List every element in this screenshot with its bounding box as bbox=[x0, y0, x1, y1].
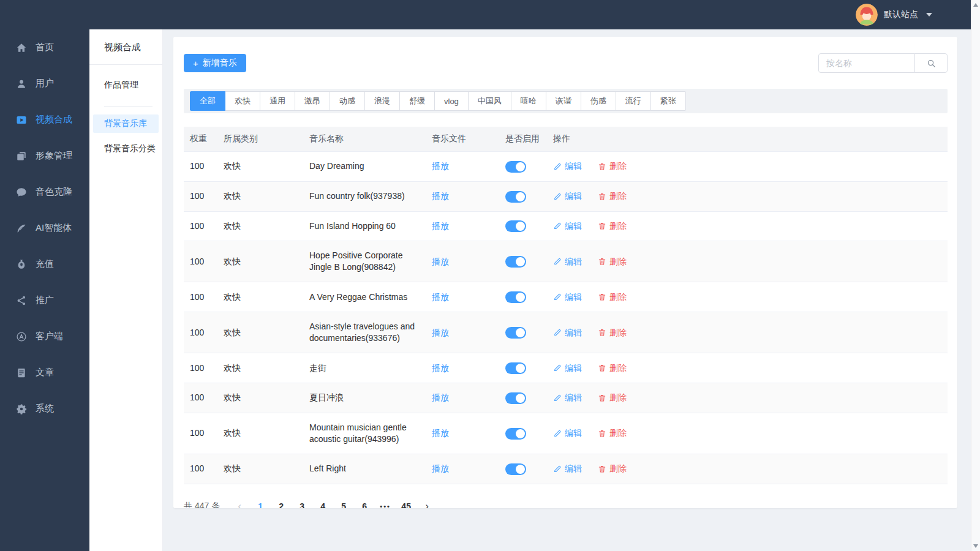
more-pages-button[interactable]: ••• bbox=[377, 498, 394, 508]
page-button-3[interactable]: 3 bbox=[293, 498, 311, 508]
delete-button[interactable]: 删除 bbox=[598, 291, 627, 303]
sidebar-item-label: 系统 bbox=[36, 403, 54, 414]
enable-toggle[interactable] bbox=[505, 161, 526, 173]
enable-toggle[interactable] bbox=[505, 463, 526, 475]
add-music-button[interactable]: + 新增音乐 bbox=[184, 54, 246, 72]
play-link[interactable]: 播放 bbox=[432, 292, 449, 302]
edit-button[interactable]: 编辑 bbox=[553, 463, 582, 474]
trash-icon bbox=[598, 222, 606, 230]
filter-tab-欢快[interactable]: 欢快 bbox=[225, 91, 260, 111]
enable-toggle[interactable] bbox=[505, 256, 526, 268]
play-link[interactable]: 播放 bbox=[432, 221, 449, 231]
play-link[interactable]: 播放 bbox=[432, 428, 449, 438]
edit-pencil-icon bbox=[553, 394, 562, 402]
delete-button[interactable]: 删除 bbox=[598, 190, 627, 202]
row-actions: 编辑删除 bbox=[553, 220, 941, 232]
sidebar-item-voice-clone[interactable]: 音色克隆 bbox=[0, 174, 89, 210]
account-menu[interactable]: 默认站点 bbox=[856, 4, 932, 26]
delete-button[interactable]: 删除 bbox=[598, 392, 627, 403]
sidebar-item-label: 用户 bbox=[36, 78, 54, 89]
play-link[interactable]: 播放 bbox=[432, 161, 449, 171]
filter-tab-流行[interactable]: 流行 bbox=[616, 91, 651, 111]
category-cell: 欢快 bbox=[217, 282, 303, 312]
search-icon bbox=[927, 59, 936, 68]
page-button-6[interactable]: 6 bbox=[356, 498, 373, 508]
filter-tab-激昂[interactable]: 激昂 bbox=[295, 91, 330, 111]
enable-toggle[interactable] bbox=[505, 428, 526, 440]
edit-button[interactable]: 编辑 bbox=[553, 160, 582, 172]
enable-toggle[interactable] bbox=[505, 392, 526, 404]
sidebar-item-image-manage[interactable]: 形象管理 bbox=[0, 138, 89, 174]
edit-button[interactable]: 编辑 bbox=[553, 362, 582, 374]
filter-tab-嘻哈[interactable]: 嘻哈 bbox=[511, 91, 546, 111]
edit-button[interactable]: 编辑 bbox=[553, 392, 582, 403]
filter-tab-全部[interactable]: 全部 bbox=[190, 91, 225, 111]
delete-button[interactable]: 删除 bbox=[598, 463, 627, 474]
enable-toggle[interactable] bbox=[505, 362, 526, 374]
delete-button[interactable]: 删除 bbox=[598, 220, 627, 232]
page-button-5[interactable]: 5 bbox=[335, 498, 352, 508]
play-link[interactable]: 播放 bbox=[432, 463, 449, 473]
filter-tab-浪漫[interactable]: 浪漫 bbox=[364, 91, 400, 111]
delete-button[interactable]: 删除 bbox=[598, 362, 627, 374]
enable-toggle[interactable] bbox=[505, 220, 526, 232]
page-button-45[interactable]: 45 bbox=[398, 498, 415, 508]
category-cell: 欢快 bbox=[217, 241, 303, 282]
search-group bbox=[818, 53, 948, 73]
filter-tab-vlog[interactable]: vlog bbox=[434, 91, 469, 111]
filter-tab-伤感[interactable]: 伤感 bbox=[581, 91, 616, 111]
sidebar-item-ai-agent[interactable]: AI智能体 bbox=[0, 210, 89, 246]
enable-toggle[interactable] bbox=[505, 191, 526, 203]
delete-button[interactable]: 删除 bbox=[598, 427, 627, 439]
sidebar-item-promotion[interactable]: 推广 bbox=[0, 282, 89, 318]
search-button[interactable] bbox=[914, 53, 948, 73]
edit-button[interactable]: 编辑 bbox=[553, 291, 582, 303]
edit-button[interactable]: 编辑 bbox=[553, 427, 582, 439]
play-link[interactable]: 播放 bbox=[432, 257, 449, 266]
edit-button[interactable]: 编辑 bbox=[553, 256, 582, 268]
filter-tab-诙谐[interactable]: 诙谐 bbox=[546, 91, 581, 111]
sidebar-item-home[interactable]: 首页 bbox=[0, 29, 89, 66]
filter-tab-紧张[interactable]: 紧张 bbox=[650, 91, 686, 111]
category-cell: 欢快 bbox=[217, 152, 303, 182]
topbar: 默认站点 bbox=[89, 0, 971, 29]
sidebar-item-video[interactable]: 视频合成 bbox=[0, 102, 89, 138]
sidebar-item-article[interactable]: 文章 bbox=[0, 354, 89, 391]
delete-button[interactable]: 删除 bbox=[598, 160, 627, 172]
edit-button[interactable]: 编辑 bbox=[553, 190, 582, 202]
submenu-item-1[interactable]: 作品管理 bbox=[89, 73, 162, 97]
enable-toggle[interactable] bbox=[505, 327, 526, 339]
filter-tab-舒缓[interactable]: 舒缓 bbox=[399, 91, 435, 111]
sidebar-item-user[interactable]: 用户 bbox=[0, 66, 89, 102]
sidebar-item-system[interactable]: 系统 bbox=[0, 391, 89, 427]
edit-button[interactable]: 编辑 bbox=[553, 327, 582, 339]
filter-tab-动感[interactable]: 动感 bbox=[330, 91, 365, 111]
filter-tab-通用[interactable]: 通用 bbox=[260, 91, 295, 111]
prev-page-button[interactable]: ‹ bbox=[231, 498, 248, 508]
delete-button[interactable]: 删除 bbox=[598, 256, 627, 268]
trash-icon bbox=[598, 328, 606, 337]
edit-button[interactable]: 编辑 bbox=[553, 220, 582, 232]
next-page-button[interactable]: › bbox=[418, 498, 435, 508]
submenu-item-2[interactable]: 背景音乐库 bbox=[93, 114, 159, 133]
page-button-2[interactable]: 2 bbox=[273, 498, 290, 508]
scroll-up-icon[interactable] bbox=[973, 3, 978, 7]
search-input[interactable] bbox=[818, 53, 915, 73]
edit-pencil-icon bbox=[553, 328, 562, 337]
column-header: 操作 bbox=[547, 127, 948, 152]
delete-button[interactable]: 删除 bbox=[598, 327, 627, 339]
scroll-down-icon[interactable] bbox=[973, 544, 978, 548]
sidebar-item-recharge[interactable]: 充值 bbox=[0, 246, 89, 282]
filter-tab-中国风[interactable]: 中国风 bbox=[468, 91, 511, 111]
play-link[interactable]: 播放 bbox=[432, 191, 449, 201]
edit-pencil-icon bbox=[553, 162, 562, 171]
window-scrollbar[interactable] bbox=[971, 0, 980, 551]
play-link[interactable]: 播放 bbox=[432, 328, 449, 337]
page-button-1[interactable]: 1 bbox=[252, 498, 269, 508]
enable-toggle[interactable] bbox=[505, 291, 526, 303]
play-link[interactable]: 播放 bbox=[432, 392, 449, 402]
page-button-4[interactable]: 4 bbox=[314, 498, 331, 508]
sidebar-item-client[interactable]: 客户端 bbox=[0, 318, 89, 354]
play-link[interactable]: 播放 bbox=[432, 363, 449, 373]
submenu-item-3[interactable]: 背景音乐分类 bbox=[89, 137, 162, 161]
